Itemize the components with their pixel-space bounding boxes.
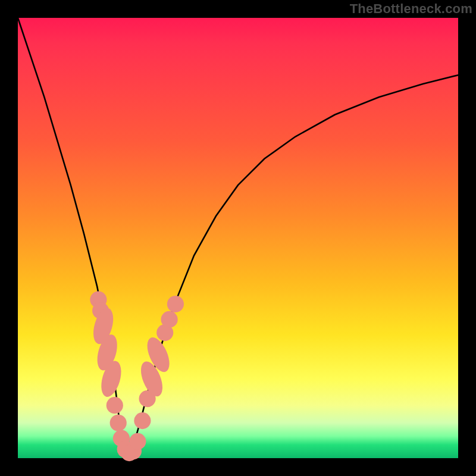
marker-dot <box>110 415 127 431</box>
plot-area <box>18 18 458 458</box>
bottleneck-curve <box>18 18 458 458</box>
marker-dot <box>167 296 184 312</box>
curve-layer <box>18 18 458 458</box>
marker-dot <box>107 397 123 414</box>
watermark-text: TheBottleneck.com <box>350 1 472 17</box>
chart-canvas: TheBottleneck.com <box>0 0 476 476</box>
marker-dot <box>161 311 178 328</box>
marker-dot <box>134 412 151 429</box>
highlight-markers <box>90 292 184 462</box>
marker-dot <box>129 433 146 450</box>
